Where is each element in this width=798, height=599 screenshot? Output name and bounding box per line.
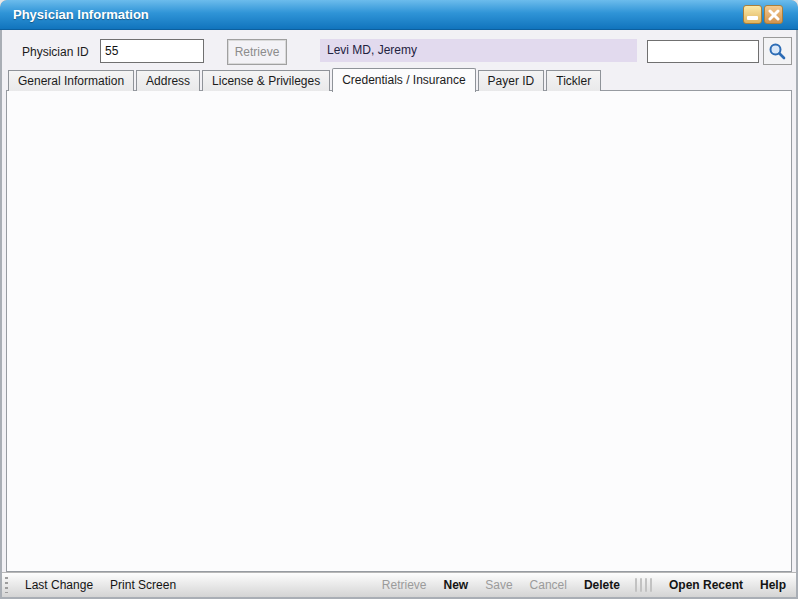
search-icon <box>768 42 787 61</box>
minimize-icon <box>747 16 758 20</box>
title-bar: Physician Information <box>0 0 798 30</box>
tab-license-privileges[interactable]: License & Privileges <box>202 70 330 91</box>
physician-search-input[interactable] <box>647 40 759 63</box>
tab-general-information[interactable]: General Information <box>8 70 134 91</box>
retrieve-button[interactable]: Retrieve <box>227 39 287 65</box>
close-button[interactable] <box>764 5 783 24</box>
tab-payer-id[interactable]: Payer ID <box>478 70 545 91</box>
tab-address[interactable]: Address <box>136 70 200 91</box>
open-recent-item[interactable]: Open Recent <box>669 578 743 592</box>
physician-name-display: Levi MD, Jeremy <box>320 39 637 62</box>
last-change-item[interactable]: Last Change <box>25 578 93 592</box>
statusbar-separator <box>635 578 652 592</box>
window-title: Physician Information <box>13 7 149 22</box>
minimize-button[interactable] <box>743 5 762 24</box>
physician-id-input[interactable] <box>100 39 204 63</box>
tab-strip: General Information Address License & Pr… <box>8 69 603 91</box>
cancel-item: Cancel <box>530 578 567 592</box>
delete-item[interactable]: Delete <box>584 578 620 592</box>
retrieve-item: Retrieve <box>382 578 427 592</box>
search-button[interactable] <box>763 37 792 65</box>
status-bar: Last Change Print Screen Retrieve New Sa… <box>2 572 796 597</box>
tab-tickler[interactable]: Tickler <box>546 70 601 91</box>
credentials-insurance-page <box>6 90 792 572</box>
physician-id-label: Physician ID <box>22 45 89 59</box>
save-item: Save <box>485 578 512 592</box>
print-screen-item[interactable]: Print Screen <box>110 578 176 592</box>
physician-information-window: Physician Information Physician ID Retri… <box>0 0 798 599</box>
new-item[interactable]: New <box>444 578 469 592</box>
statusbar-grip <box>5 577 8 593</box>
tab-credentials-insurance[interactable]: Credentials / Insurance <box>332 68 475 92</box>
close-icon <box>768 9 780 21</box>
help-item[interactable]: Help <box>760 578 786 592</box>
